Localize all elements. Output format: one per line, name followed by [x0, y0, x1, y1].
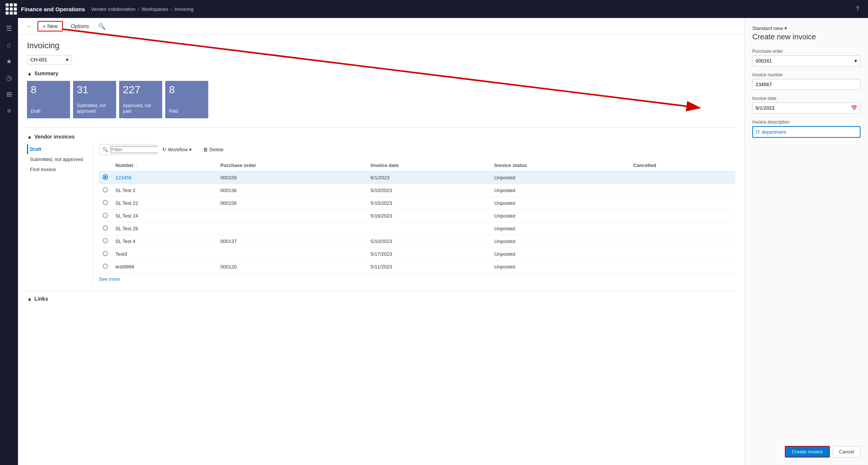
col-number[interactable]: Number ↑: [112, 159, 217, 171]
app-grid-icon[interactable]: [4, 2, 18, 16]
see-more-link[interactable]: See more: [99, 273, 735, 285]
filter-dropdown[interactable]: CH-001 ▾: [27, 55, 72, 64]
panel-title: Create new invoice: [752, 33, 861, 41]
sidebar-recent-icon[interactable]: ◷: [1, 70, 16, 85]
col-purchase-order[interactable]: Purchase order: [217, 159, 367, 171]
options-button[interactable]: Options: [66, 21, 94, 31]
workflow-chevron-icon: ▾: [189, 147, 192, 152]
vi-filter-container[interactable]: 🔍: [99, 144, 155, 155]
radio-unchecked[interactable]: [103, 225, 108, 231]
invoice-date-input[interactable]: 📅: [752, 103, 861, 113]
panel-footer: Create invoice Cancel: [752, 446, 861, 458]
table-row[interactable]: SL Test 22 000156 5/15/2023 Unposted: [99, 197, 735, 210]
summary-card-draft[interactable]: 8 Draft: [27, 81, 70, 118]
row-radio[interactable]: [99, 184, 112, 197]
links-section-header[interactable]: ▲ Links: [27, 296, 735, 302]
nav-draft[interactable]: Draft: [27, 144, 87, 154]
sidebar-workspaces-icon[interactable]: ⊞: [1, 87, 16, 102]
invoice-number-field[interactable]: [756, 82, 857, 87]
search-button[interactable]: 🔍: [97, 21, 107, 31]
view-selector-chevron: ▾: [784, 25, 787, 31]
radio-unchecked[interactable]: [103, 264, 108, 269]
nav-submitted[interactable]: Submitted, not approved: [27, 154, 87, 164]
row-po: 000120: [217, 261, 367, 273]
help-icon[interactable]: ?: [852, 3, 864, 15]
summary-section-header[interactable]: ▲ Summary: [27, 70, 735, 76]
radio-unchecked[interactable]: [103, 187, 108, 192]
row-number[interactable]: SL Test 4: [112, 235, 217, 248]
row-number[interactable]: test9999: [112, 261, 217, 273]
invoice-date-field[interactable]: [756, 105, 851, 111]
row-date: 5/10/2023: [367, 235, 490, 248]
radio-unchecked[interactable]: [103, 200, 108, 205]
table-row[interactable]: test9999 000120 5/11/2023 Unposted: [99, 261, 735, 273]
summary-card-approved[interactable]: 227 Approved, not paid: [119, 81, 162, 118]
vendor-invoices-header[interactable]: ▲ Vendor invoices: [27, 134, 735, 140]
breadcrumb-vendor-collab[interactable]: Vendor collaboration: [91, 6, 136, 12]
col-radio: [99, 159, 112, 171]
radio-unchecked[interactable]: [103, 251, 108, 256]
radio-checked[interactable]: [103, 174, 108, 180]
invoice-description-input[interactable]: [752, 126, 861, 138]
new-plus-icon: +: [43, 23, 46, 29]
row-number[interactable]: SL Test 2: [112, 184, 217, 197]
row-cancelled: [629, 210, 735, 222]
invoice-description-field[interactable]: [756, 129, 857, 135]
view-selector[interactable]: Standard view ▾: [752, 25, 861, 31]
row-radio[interactable]: [99, 222, 112, 235]
table-row[interactable]: SL Test 24 5/16/2023 Unposted: [99, 210, 735, 222]
purchase-order-group: Purchase order 000161 ▾: [752, 49, 861, 66]
col-invoice-status[interactable]: Invoice status: [491, 159, 630, 171]
paid-label: Paid: [169, 109, 205, 115]
row-po: [217, 248, 367, 261]
table-body: 123456 000159 6/1/2023 Unposted SL Test …: [99, 171, 735, 273]
row-date: 5/17/2023: [367, 248, 490, 261]
row-status: Unposted: [491, 197, 630, 210]
row-number[interactable]: SL Test 22: [112, 197, 217, 210]
invoice-number-input[interactable]: [752, 79, 861, 90]
table-row[interactable]: SL Test 2 000136 5/10/2023 Unposted: [99, 184, 735, 197]
table-row[interactable]: Test3 5/17/2023 Unposted: [99, 248, 735, 261]
create-invoice-button[interactable]: Create invoice: [785, 446, 829, 458]
invoice-description-group: Invoice description: [752, 119, 861, 138]
row-radio[interactable]: [99, 210, 112, 222]
summary-card-paid[interactable]: 8 Paid: [165, 81, 208, 118]
sidebar-hamburger-icon[interactable]: ☰: [1, 21, 16, 36]
breadcrumb-workspaces[interactable]: Workspaces: [142, 6, 168, 12]
breadcrumb-invoicing[interactable]: Invoicing: [174, 6, 193, 12]
calendar-icon[interactable]: 📅: [851, 105, 857, 111]
row-radio[interactable]: [99, 197, 112, 210]
col-cancelled[interactable]: Cancelled: [629, 159, 735, 171]
row-radio[interactable]: [99, 171, 112, 184]
sidebar-favorites-icon[interactable]: ★: [1, 54, 16, 69]
delete-button[interactable]: 🗑 Delete: [199, 145, 228, 154]
purchase-order-input[interactable]: 000161 ▾: [752, 55, 861, 66]
row-number[interactable]: 123456: [112, 171, 217, 184]
page-body: Invoicing CH-001 ▾ ▲ Summary 8 Draft 31 …: [18, 35, 744, 312]
table-row[interactable]: SL Test 26 Unposted: [99, 222, 735, 235]
sidebar-home-icon[interactable]: ⌂: [1, 37, 16, 52]
row-number[interactable]: SL Test 26: [112, 222, 217, 235]
summary-card-submitted[interactable]: 31 Submitted, not approved: [73, 81, 116, 118]
row-radio[interactable]: [99, 248, 112, 261]
row-date: 5/15/2023: [367, 197, 490, 210]
cancel-button[interactable]: Cancel: [833, 446, 861, 458]
row-status: Unposted: [491, 261, 630, 273]
back-button[interactable]: ←: [24, 21, 34, 31]
table-row[interactable]: SL Test 4 000137 5/10/2023 Unposted: [99, 235, 735, 248]
sidebar-modules-icon[interactable]: ≡: [1, 103, 16, 118]
workflow-button[interactable]: ↻ Workflow ▾: [158, 145, 196, 154]
table-row[interactable]: 123456 000159 6/1/2023 Unposted: [99, 171, 735, 184]
draft-label: Draft: [31, 109, 66, 115]
nav-find-invoice[interactable]: Find invoice: [27, 164, 87, 174]
links-label: Links: [34, 296, 48, 302]
radio-unchecked[interactable]: [103, 238, 108, 243]
row-radio[interactable]: [99, 235, 112, 248]
new-button[interactable]: + New: [37, 21, 63, 31]
row-number[interactable]: Test3: [112, 248, 217, 261]
col-invoice-date[interactable]: Invoice date: [367, 159, 490, 171]
row-radio[interactable]: [99, 261, 112, 273]
radio-unchecked[interactable]: [103, 213, 108, 218]
row-number[interactable]: SL Test 24: [112, 210, 217, 222]
vendor-invoices-main: 🔍 ↻ Workflow ▾ 🗑 Delete: [93, 144, 735, 285]
